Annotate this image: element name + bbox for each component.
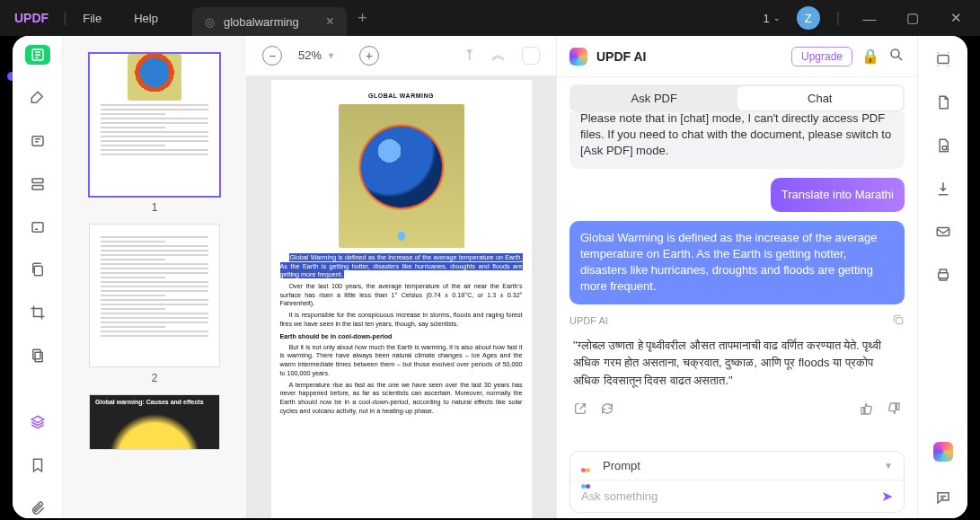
doc-figure bbox=[339, 104, 464, 248]
form-tool[interactable] bbox=[25, 174, 50, 194]
export-button[interactable] bbox=[932, 178, 954, 199]
thumbnail-page-3[interactable]: Global warming: Causes and effects bbox=[90, 395, 219, 449]
thumbnail-number-2: 2 bbox=[90, 372, 219, 384]
document-button[interactable] bbox=[932, 92, 954, 113]
ocr-button[interactable] bbox=[932, 48, 954, 70]
zoom-in-button[interactable]: + bbox=[359, 46, 379, 66]
chevron-down-icon: ▼ bbox=[327, 51, 335, 60]
copy-tool[interactable] bbox=[25, 260, 50, 280]
page-layout-button[interactable] bbox=[522, 47, 540, 65]
svg-rect-5 bbox=[34, 267, 42, 277]
comment-button[interactable] bbox=[932, 487, 954, 508]
thumbnail-3-caption: Global warming: Causes and effects bbox=[95, 399, 214, 405]
visibility-icon: ◎ bbox=[205, 15, 215, 29]
protect-button[interactable] bbox=[932, 135, 954, 156]
thumbs-down-icon[interactable] bbox=[887, 401, 901, 419]
menu-file[interactable]: File bbox=[66, 12, 118, 25]
prompt-dots-icon bbox=[581, 460, 594, 472]
svg-rect-6 bbox=[32, 350, 40, 360]
svg-rect-9 bbox=[896, 317, 903, 323]
left-toolbar bbox=[13, 36, 63, 518]
ai-response: "ग्लोबल उष्णता हे पृथ्वीवरील औसत तापमाना… bbox=[569, 337, 905, 390]
svg-rect-11 bbox=[942, 146, 947, 150]
ai-panel: UPDF AI Upgrade 🔒 Ask PDF Chat Please no… bbox=[556, 36, 917, 518]
bookmark-button[interactable] bbox=[25, 455, 50, 475]
document-tab[interactable]: ◎ globalwarming × bbox=[192, 7, 347, 36]
ai-logo-icon bbox=[569, 48, 587, 66]
thumbnail-page-1[interactable] bbox=[90, 54, 219, 196]
maximize-button[interactable]: ▢ bbox=[899, 10, 926, 26]
svg-rect-4 bbox=[32, 222, 43, 232]
user-message: Translate into Marathi bbox=[771, 178, 905, 212]
svg-rect-2 bbox=[32, 179, 43, 183]
doc-paragraph: But it is not only about how much the Ea… bbox=[280, 343, 523, 378]
email-button[interactable] bbox=[932, 221, 954, 242]
right-toolbar bbox=[917, 36, 967, 518]
ai-shortcut-button[interactable] bbox=[933, 442, 953, 462]
new-tab-button[interactable]: + bbox=[358, 9, 367, 28]
ai-mode-tabs: Ask PDF Chat bbox=[569, 84, 905, 112]
tab-ask-pdf[interactable]: Ask PDF bbox=[571, 86, 737, 110]
regenerate-icon[interactable] bbox=[600, 401, 614, 419]
chevron-down-icon: ▼ bbox=[884, 461, 893, 471]
svg-point-8 bbox=[891, 49, 899, 57]
close-tab-icon[interactable]: × bbox=[326, 13, 334, 30]
svg-rect-7 bbox=[35, 353, 42, 363]
pages-tool[interactable] bbox=[25, 346, 50, 366]
zoom-level[interactable]: 52%▼ bbox=[298, 48, 343, 62]
share-icon[interactable] bbox=[573, 401, 587, 419]
lock-icon: 🔒 bbox=[861, 48, 879, 65]
highlight-tool[interactable] bbox=[25, 88, 50, 108]
ai-label: UPDF AI bbox=[569, 315, 608, 326]
doc-subheading: Earth should be in cool-down-period bbox=[280, 332, 523, 340]
minimize-button[interactable]: — bbox=[856, 11, 883, 26]
ai-title: UPDF AI bbox=[596, 49, 646, 64]
collapse-up-button[interactable]: ︽ bbox=[491, 46, 506, 65]
tab-chat[interactable]: Chat bbox=[737, 86, 904, 110]
user-message: Global Warming is defined as the increas… bbox=[569, 221, 905, 304]
tab-title: globalwarming bbox=[224, 15, 299, 29]
menu-help[interactable]: Help bbox=[118, 12, 174, 25]
layers-button[interactable] bbox=[25, 412, 50, 432]
edit-tool[interactable] bbox=[25, 217, 50, 237]
doc-paragraph: A temperature rise as fast as the one we… bbox=[280, 381, 523, 416]
close-window-button[interactable]: ✕ bbox=[942, 10, 969, 26]
doc-title: GLOBAL WARMING bbox=[280, 93, 523, 99]
user-avatar[interactable]: Z bbox=[797, 6, 820, 30]
text-tool[interactable] bbox=[25, 131, 50, 151]
app-logo: UPDF bbox=[0, 11, 63, 25]
crop-tool[interactable] bbox=[25, 303, 50, 322]
svg-rect-10 bbox=[938, 56, 949, 64]
svg-rect-13 bbox=[938, 273, 948, 278]
system-message: Please note that in [chat] mode, I can't… bbox=[569, 112, 905, 169]
jump-top-button[interactable]: ⤒ bbox=[464, 47, 475, 64]
chat-input[interactable] bbox=[581, 489, 872, 503]
search-icon[interactable] bbox=[888, 47, 905, 66]
thumbs-up-icon[interactable] bbox=[860, 401, 874, 419]
print-button[interactable] bbox=[932, 264, 954, 286]
attachment-button[interactable] bbox=[25, 498, 50, 518]
document-viewer: − 52%▼ + ⤒ ︽ GLOBAL WARMING Global Warmi… bbox=[246, 36, 556, 518]
copy-icon[interactable] bbox=[892, 313, 905, 328]
upgrade-button[interactable]: Upgrade bbox=[791, 47, 852, 66]
thumbnail-page-2[interactable] bbox=[90, 225, 219, 366]
zoom-out-button[interactable]: − bbox=[262, 46, 282, 66]
prompt-label: Prompt bbox=[603, 459, 640, 472]
doc-paragraph: It is responsible for the conspicuous in… bbox=[280, 311, 523, 328]
thumbnail-panel: 1 2 Global warming: Causes and effects bbox=[63, 36, 246, 518]
prompt-selector[interactable]: Prompt ▼ bbox=[570, 452, 904, 480]
svg-rect-3 bbox=[32, 185, 43, 189]
window-count[interactable]: 1 ⌄ bbox=[764, 12, 781, 25]
svg-rect-12 bbox=[937, 228, 949, 236]
send-button[interactable]: ➤ bbox=[881, 488, 893, 505]
doc-paragraph: Over the last 100 years, the average tem… bbox=[280, 282, 523, 308]
highlighted-text: Global Warming is defined as the increas… bbox=[280, 253, 523, 278]
thumbnail-number-1: 1 bbox=[90, 201, 219, 214]
reader-mode-button[interactable] bbox=[25, 45, 50, 65]
document-page[interactable]: GLOBAL WARMING Global Warming is defined… bbox=[271, 80, 532, 518]
